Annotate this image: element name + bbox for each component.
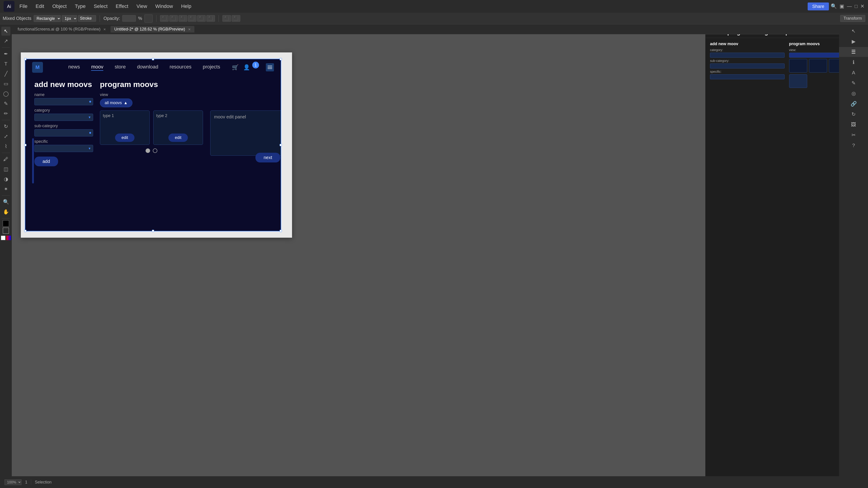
info-panel-icon[interactable]: ℹ (839, 57, 868, 67)
maximize-icon[interactable]: □ (855, 3, 858, 9)
text-panel-icon[interactable]: A (839, 68, 868, 78)
distribute-h[interactable]: ⬛ (222, 15, 231, 22)
gradient-tool[interactable]: ◫ (1, 165, 10, 174)
moov-card-type2: type 2 edit (153, 110, 203, 145)
nav-link-store[interactable]: store (115, 64, 126, 71)
menu-help[interactable]: Help (178, 2, 194, 10)
menu-type[interactable]: Type (72, 2, 89, 10)
window-icon[interactable]: ▣ (839, 3, 844, 9)
align-bottom[interactable]: ⬛ (206, 15, 215, 22)
view-dropdown[interactable]: all moovs ▲ (100, 98, 132, 107)
type-tool[interactable]: T (1, 59, 10, 68)
moov-card-1-edit-btn[interactable]: edit (115, 133, 134, 142)
distribute-buttons: ⬛ ⬛ (222, 15, 240, 22)
tab-untitled[interactable]: Untitled-2* @ 128.62 % (RGB/Preview) ✕ (111, 26, 194, 33)
cursor-panel-icon[interactable]: ↖ (839, 26, 868, 36)
object-type-select[interactable]: Rectangle Ellipse (34, 15, 61, 22)
mockup-nav-right: 🛒 👤 1 (232, 63, 274, 71)
white-swatch[interactable] (1, 236, 5, 240)
select-tool[interactable]: ↖ (1, 27, 10, 36)
scale-tool[interactable]: ⤢ (1, 132, 10, 141)
menu-object[interactable]: Object (49, 2, 70, 10)
menu-edit[interactable]: Edit (32, 2, 47, 10)
hamburger-menu[interactable] (266, 63, 274, 71)
opacity-percent: % (138, 16, 142, 21)
tool-divider-3 (2, 153, 10, 153)
search-icon[interactable]: 🔍 (831, 3, 837, 9)
nav-link-moov[interactable]: moov (91, 64, 103, 71)
crop-panel-icon[interactable]: ✂ (839, 130, 868, 140)
add-button[interactable]: add (34, 157, 58, 166)
link-panel-icon[interactable]: 🔗 (839, 99, 868, 109)
pencil-tool[interactable]: ✏ (1, 109, 10, 118)
zoom-select[interactable]: 100% (4, 480, 22, 485)
pen-tool[interactable]: ✒ (1, 50, 10, 59)
menu-window[interactable]: Window (152, 2, 176, 10)
transform-button[interactable]: Transform (840, 15, 865, 22)
align-right[interactable]: ⬛ (179, 15, 187, 22)
rectangle-tool[interactable]: ▭ (1, 79, 10, 88)
align-center-h[interactable]: ⬛ (169, 15, 178, 22)
stroke-select[interactable]: 1px (62, 15, 77, 22)
circle-panel-icon[interactable]: ◎ (839, 89, 868, 98)
opacity-btn[interactable] (145, 14, 153, 23)
distribute-v[interactable]: ⬛ (232, 15, 240, 22)
help-panel-icon[interactable]: ? (839, 140, 868, 151)
symbol-sprayer-tool[interactable]: ✶ (1, 185, 10, 194)
blend-tool[interactable]: ◑ (1, 175, 10, 184)
stroke-swatch[interactable] (3, 228, 9, 234)
direct-select-tool[interactable]: ↗ (1, 37, 10, 46)
tab-close-0[interactable]: ✕ (103, 28, 106, 31)
nav-link-resources[interactable]: resources (169, 64, 191, 71)
menu-select[interactable]: Select (91, 2, 111, 10)
ellipse-tool[interactable]: ◯ (1, 89, 10, 98)
align-left[interactable]: ⬛ (160, 15, 168, 22)
mini-category-input[interactable] (710, 53, 784, 58)
menu-effect[interactable]: Effect (113, 2, 131, 10)
video-panel-icon[interactable]: ▶ (839, 37, 868, 46)
nav-link-projects[interactable]: projects (203, 64, 220, 71)
rotate-tool[interactable]: ↻ (1, 122, 10, 131)
cart-icon[interactable]: 🛒 (232, 64, 239, 70)
tab-close-1[interactable]: ✕ (188, 28, 191, 31)
layers-panel-icon[interactable]: ☰ (839, 47, 868, 57)
design-canvas[interactable]: M news moov store download resources pro… (21, 53, 292, 238)
specific-select[interactable]: ▼ (34, 145, 93, 152)
nav-link-news[interactable]: news (68, 64, 80, 71)
mini-specific-input[interactable] (710, 74, 784, 79)
category-select[interactable]: ▼ (34, 113, 93, 121)
brush-tool[interactable]: ✎ (1, 99, 10, 108)
refresh-panel-icon[interactable]: ↻ (839, 109, 868, 119)
align-center-v[interactable]: ⬛ (197, 15, 206, 22)
fill-swatch[interactable] (3, 220, 9, 227)
ui-mockup: M news moov store download resources pro… (25, 59, 281, 231)
minimize-icon[interactable]: — (847, 3, 852, 9)
menu-file[interactable]: File (16, 2, 31, 10)
name-input[interactable] (34, 98, 93, 105)
eyedropper-tool[interactable]: 🖉 (1, 155, 10, 164)
line-tool[interactable]: ╱ (1, 69, 10, 78)
nav-link-download[interactable]: download (137, 64, 158, 71)
pagination (100, 149, 203, 153)
moov-card-2-edit-btn[interactable]: edit (168, 133, 188, 142)
brush-panel-icon[interactable]: ✎ (839, 78, 868, 88)
zoom-tool[interactable]: 🔍 (1, 197, 10, 206)
page-dot-2[interactable] (153, 149, 157, 153)
gradient-swatch[interactable] (6, 236, 11, 240)
mini-subcategory-input[interactable] (710, 64, 784, 68)
page-dot-1[interactable] (146, 149, 150, 153)
opacity-input[interactable]: 100 (122, 15, 136, 22)
subcategory-input[interactable] (34, 129, 93, 136)
align-top[interactable]: ⬛ (188, 15, 196, 22)
close-icon[interactable]: ✕ (860, 3, 864, 9)
next-button[interactable]: next (255, 153, 280, 162)
user-icon[interactable]: 👤 (243, 64, 250, 70)
stroke-input[interactable] (78, 15, 96, 22)
hand-tool[interactable]: ✋ (1, 207, 10, 217)
share-button[interactable]: Share (808, 2, 829, 10)
menu-view[interactable]: View (133, 2, 150, 10)
image-panel-icon[interactable]: 🖼 (839, 120, 868, 130)
tab-functional-screens[interactable]: functionalScreens.ai @ 100 % (RGB/Previe… (14, 26, 110, 33)
warp-tool[interactable]: ⌇ (1, 142, 10, 151)
tool-divider-4 (2, 195, 10, 196)
